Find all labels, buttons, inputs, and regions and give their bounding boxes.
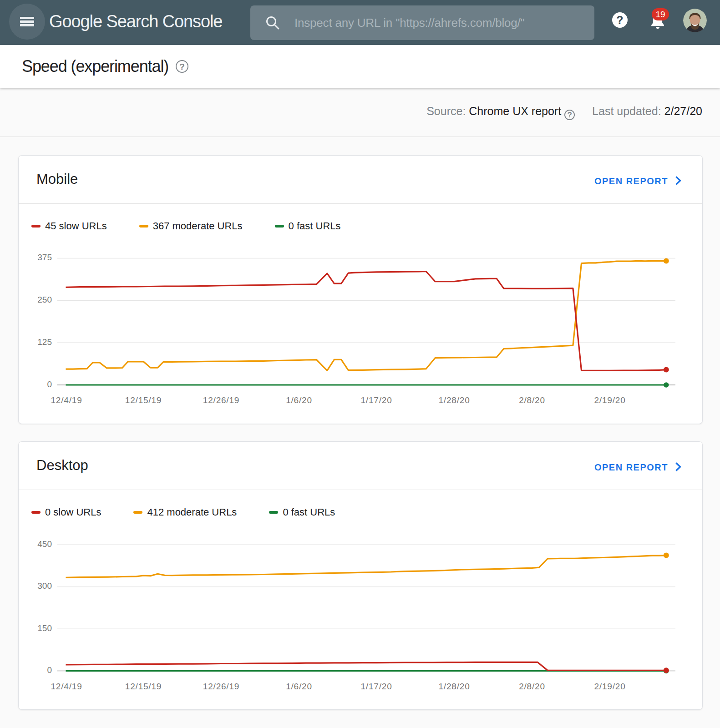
- svg-text:0: 0: [47, 665, 52, 675]
- svg-text:125: 125: [37, 337, 52, 347]
- svg-text:1/17/20: 1/17/20: [361, 395, 392, 405]
- svg-text:1/28/20: 1/28/20: [439, 682, 470, 691]
- svg-text:1/28/20: 1/28/20: [439, 395, 470, 405]
- svg-text:1/6/20: 1/6/20: [286, 682, 312, 691]
- svg-text:2/8/20: 2/8/20: [519, 395, 545, 405]
- svg-text:450: 450: [37, 539, 52, 549]
- svg-text:12/15/19: 12/15/19: [125, 395, 162, 405]
- svg-text:1/17/20: 1/17/20: [361, 682, 392, 691]
- svg-text:12/15/19: 12/15/19: [125, 682, 162, 691]
- svg-text:12/4/19: 12/4/19: [51, 395, 82, 405]
- svg-text:375: 375: [37, 253, 52, 262]
- svg-text:1/6/20: 1/6/20: [286, 395, 312, 405]
- svg-text:12/26/19: 12/26/19: [203, 395, 239, 405]
- svg-text:2/19/20: 2/19/20: [594, 395, 626, 405]
- svg-text:12/4/19: 12/4/19: [51, 682, 82, 691]
- svg-text:300: 300: [37, 581, 52, 591]
- svg-text:2/8/20: 2/8/20: [519, 682, 545, 691]
- svg-text:2/19/20: 2/19/20: [594, 682, 626, 691]
- svg-text:250: 250: [37, 295, 52, 304]
- svg-text:12/26/19: 12/26/19: [203, 682, 239, 691]
- svg-text:0: 0: [47, 379, 52, 389]
- svg-text:150: 150: [37, 623, 52, 633]
